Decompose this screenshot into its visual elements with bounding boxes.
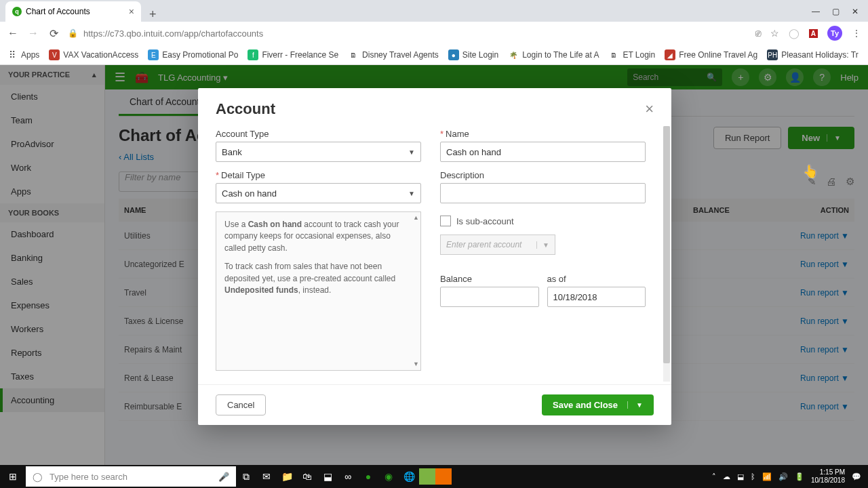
bluetooth-icon[interactable]: ᛒ [751, 472, 755, 481]
description-label: Description [440, 170, 646, 180]
detail-type-select[interactable]: Cash on hand▼ [216, 183, 421, 203]
name-label: *Name [440, 129, 646, 139]
dropbox-tray-icon[interactable]: ⬓ [737, 472, 744, 481]
sub-account-checkbox[interactable] [440, 216, 451, 226]
back-icon[interactable]: ← [7, 27, 19, 39]
wifi-icon[interactable]: 📶 [762, 472, 772, 481]
app-icon[interactable] [419, 468, 435, 485]
tab-title: Chart of Accounts [26, 7, 90, 16]
qbo-icon[interactable]: ● [358, 466, 378, 487]
translate-icon[interactable]: ⎚ [755, 28, 761, 39]
mic-icon[interactable]: 🎤 [218, 472, 229, 482]
bookmarks-bar: ⠿Apps VVAX VacationAccess EEasy Promotio… [0, 45, 868, 65]
minimize-icon[interactable]: — [812, 7, 820, 16]
close-window-icon[interactable]: ✕ [852, 7, 859, 16]
bookmark-item[interactable]: 🌴Login to The Life at A [508, 49, 599, 60]
bookmark-item[interactable]: ◢Free Online Travel Ag [665, 49, 757, 60]
profile-avatar[interactable]: Ty [827, 26, 842, 41]
taskbar-clock[interactable]: 1:15 PM10/18/2018 [811, 468, 845, 485]
bookmark-item[interactable]: fFiverr - Freelance Se [248, 49, 338, 60]
explorer-icon[interactable]: 📁 [277, 466, 297, 487]
close-tab-icon[interactable]: × [129, 6, 134, 17]
new-tab-button[interactable]: + [141, 7, 165, 22]
asof-input[interactable] [547, 287, 646, 307]
modal-right-column: *Name Description Is sub-account Enter p… [440, 129, 654, 371]
tab-bar: q Chart of Accounts × + — ▢ ✕ [0, 0, 868, 22]
app-icon[interactable]: ◉ [378, 466, 399, 487]
ext-icon[interactable]: ◯ [789, 28, 800, 39]
parent-account-select[interactable]: Enter parent account▼ [440, 235, 555, 255]
account-modal: Account × Account Type Bank▼ *Detail Typ… [198, 88, 671, 425]
account-type-select[interactable]: Bank▼ [216, 142, 421, 162]
cortana-icon: ◯ [33, 472, 43, 482]
account-type-label: Account Type [216, 129, 421, 139]
chrome-icon[interactable]: 🌐 [399, 466, 419, 487]
browser-chrome: q Chart of Accounts × + — ▢ ✕ ← → ⟳ 🔒 ht… [0, 0, 868, 65]
caret-icon: ▼ [408, 190, 415, 197]
apps-shortcut[interactable]: ⠿Apps [7, 49, 39, 60]
bookmark-item[interactable]: PHPleasant Holidays: Tr [767, 49, 858, 60]
task-view-icon[interactable]: ⧉ [236, 466, 256, 487]
store-icon[interactable]: 🛍 [297, 466, 317, 487]
app-icon[interactable]: ∞ [338, 466, 358, 487]
maximize-icon[interactable]: ▢ [832, 7, 840, 16]
mail-icon[interactable]: ✉ [256, 466, 277, 487]
name-input[interactable] [440, 142, 646, 162]
lock-icon: 🔒 [68, 28, 78, 38]
bookmark-item[interactable]: 🗎Disney Travel Agents [348, 49, 439, 60]
forward-icon: → [27, 27, 39, 39]
modal-title: Account [216, 100, 275, 118]
app-icon[interactable] [435, 468, 452, 485]
bookmark-item[interactable]: ●Site Login [448, 49, 498, 60]
window-controls: — ▢ ✕ [802, 1, 868, 22]
asof-label: as of [547, 274, 646, 284]
browser-tab[interactable]: q Chart of Accounts × [5, 1, 141, 22]
description-input[interactable] [440, 183, 646, 203]
windows-taskbar: ⊞ ◯Type here to search🎤 ⧉ ✉ 📁 🛍 ⬓ ∞ ● ◉ … [0, 465, 868, 488]
close-modal-icon[interactable]: × [645, 100, 654, 118]
modal-left-column: Account Type Bank▼ *Detail Type Cash on … [216, 129, 421, 371]
bookmark-item[interactable]: EEasy Promotional Po [148, 49, 238, 60]
caret-icon: ▼ [536, 241, 549, 249]
caret-icon: ▼ [408, 148, 415, 156]
start-button[interactable]: ⊞ [0, 471, 26, 482]
taskbar-search[interactable]: ◯Type here to search🎤 [26, 466, 236, 487]
notifications-icon[interactable]: 💬 [852, 472, 861, 481]
tray-up-icon[interactable]: ˄ [712, 472, 716, 481]
modal-scrollbar-thumb[interactable] [663, 126, 670, 363]
cancel-button[interactable]: Cancel [216, 394, 266, 415]
pdf-icon[interactable]: A [809, 29, 818, 38]
qbo-favicon: q [12, 7, 22, 16]
sub-account-label: Is sub-account [456, 216, 514, 226]
address-bar: ← → ⟳ 🔒 https://c73.qbo.intuit.com/app/c… [0, 22, 868, 45]
url-field[interactable]: 🔒 https://c73.qbo.intuit.com/app/chartof… [68, 28, 747, 39]
detail-help-box: ▲ Use a Cash on hand account to track ca… [216, 211, 421, 371]
balance-label: Balance [440, 274, 539, 284]
reload-icon[interactable]: ⟳ [47, 27, 60, 40]
battery-icon[interactable]: 🔋 [795, 472, 804, 481]
url-text: https://c73.qbo.intuit.com/app/chartofac… [83, 28, 263, 39]
bookmark-item[interactable]: VVAX VacationAccess [49, 49, 138, 60]
chevron-down-icon[interactable]: ▼ [627, 401, 643, 409]
detail-type-label: *Detail Type [216, 170, 421, 180]
balance-input[interactable] [440, 287, 539, 307]
menu-icon[interactable]: ⋮ [852, 28, 861, 39]
onedrive-icon[interactable]: ☁ [723, 472, 730, 481]
save-and-close-button[interactable]: Save and Close▼ [542, 394, 654, 415]
volume-icon[interactable]: 🔊 [778, 472, 788, 481]
bookmark-item[interactable]: 🗎ET Login [608, 49, 655, 60]
star-icon[interactable]: ☆ [770, 28, 779, 39]
dropbox-icon[interactable]: ⬓ [317, 466, 338, 487]
